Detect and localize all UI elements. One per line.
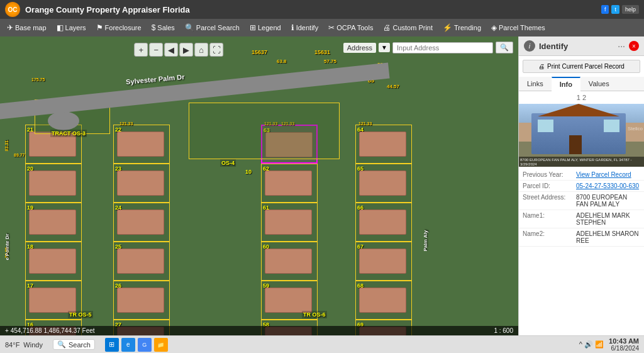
- home-btn[interactable]: ⌂: [194, 43, 208, 57]
- os3-circle: [48, 111, 79, 130]
- main-content: Sylvester Palm Dr 21 00710 20 00710 19 0…: [0, 36, 644, 335]
- tr-os5-label: TR OS-5: [68, 311, 93, 318]
- condition-display: Windy: [23, 341, 43, 349]
- extent-btn[interactable]: ⛶: [209, 43, 223, 57]
- e-pointe-label: e Pointe Dr: [4, 233, 10, 260]
- data-row-parcel-id: Parcel ID: 05-24-27-5330-00-630: [519, 181, 644, 192]
- edge-btn[interactable]: e: [121, 338, 135, 352]
- num-15631: 15631: [314, 49, 330, 55]
- toolbar: ✈ Base map ◧ Layers ⚑ Foreclosure $ Sale…: [0, 19, 644, 36]
- num-4457: 44.57: [387, 84, 399, 89]
- value-parcel-id[interactable]: 05-24-27-5330-00-630: [576, 182, 640, 189]
- time-display: 10:43 AM: [609, 337, 639, 345]
- taskbar-search[interactable]: 🔍 Search: [53, 339, 95, 350]
- parcel-60: 60 00510: [261, 242, 318, 281]
- toolbar-parcel-search[interactable]: 🔍 Parcel Search: [180, 21, 244, 34]
- pan-right-btn[interactable]: ▶: [179, 43, 193, 57]
- value-name2: ADELHELM SHARON REE: [576, 230, 640, 244]
- photo-watermark: Stellco: [628, 126, 643, 132]
- map-content: Sylvester Palm Dr 21 00710 20 00710 19 0…: [0, 36, 518, 335]
- sales-icon: $: [152, 23, 156, 32]
- identify-icon: ℹ: [291, 23, 294, 32]
- windows-btn[interactable]: ⊞: [105, 338, 119, 352]
- toolbar-identify[interactable]: ℹ Identify: [287, 21, 323, 34]
- identify-close-btn[interactable]: ×: [629, 41, 639, 51]
- data-row-street-address: Street Address: 8700 EUROPEAN FAN PALM A…: [519, 192, 644, 210]
- app-logo: OC: [5, 2, 20, 17]
- parcel-24: 24 00810: [113, 203, 170, 242]
- parcel-18: 18 00710: [25, 242, 82, 281]
- label-name2: Name2:: [523, 230, 576, 244]
- tab-values[interactable]: Values: [580, 77, 618, 91]
- measure-175: 175.75: [31, 77, 45, 82]
- measure-121b: 121.33: [119, 121, 133, 126]
- toolbar-ocpa-tools[interactable]: ✂ OCPA Tools: [324, 21, 377, 34]
- parcel-68: 68 00680: [355, 281, 412, 320]
- identify-title: Identify: [539, 42, 568, 51]
- print-icon: 🖨: [383, 23, 391, 32]
- address-input[interactable]: [392, 42, 493, 53]
- label-name1: Name1:: [523, 212, 576, 226]
- parcel-26: 26 00270: [113, 281, 170, 320]
- folder-btn[interactable]: 📁: [154, 338, 168, 352]
- chrome-btn[interactable]: G: [138, 338, 152, 352]
- zoom-out-btn[interactable]: −: [149, 43, 163, 57]
- data-row-name1: Name1: ADELHELM MARK STEPHEN: [519, 210, 644, 228]
- tab-info[interactable]: Info: [552, 77, 580, 91]
- trending-icon: ⚡: [443, 23, 452, 32]
- parcel-23: 23 00240: [113, 164, 170, 203]
- parcel-62: 62 00510: [261, 164, 318, 203]
- page-navigation: 1 2: [519, 91, 644, 104]
- print-record-btn[interactable]: 🖨 Print Current Parcel Record: [523, 60, 640, 73]
- address-search-btn[interactable]: 🔍: [496, 42, 513, 53]
- parcel-67: 67 00670: [355, 242, 412, 281]
- identify-title-row: i Identify: [524, 40, 568, 52]
- search-label: Search: [69, 341, 91, 349]
- facebook-btn[interactable]: f: [601, 5, 609, 14]
- panel-options-btn[interactable]: ···: [618, 41, 625, 51]
- parcel-22: 22 00220: [113, 125, 170, 164]
- parcel-65: 65 00610: [355, 164, 412, 203]
- help-btn[interactable]: help: [622, 5, 639, 14]
- parcel-19: 19 00710: [25, 203, 82, 242]
- pan-left-btn[interactable]: ◀: [164, 43, 178, 57]
- taskbar-apps: ⊞ e G 📁: [105, 338, 168, 352]
- num-63: 63.8: [277, 59, 287, 64]
- os4-parcel: [189, 103, 340, 159]
- toolbar-foreclosure[interactable]: ⚑ Foreclosure: [92, 21, 146, 34]
- tr-os6-label: TR OS-6: [302, 311, 327, 318]
- label-street-address: Street Address:: [523, 194, 576, 208]
- parcel-66: 66 00660: [355, 203, 412, 242]
- address-dropdown[interactable]: ▼: [379, 43, 390, 52]
- clock-display: 10:43 AM 6/18/2024: [609, 337, 639, 352]
- identify-header: i Identify ··· ×: [519, 36, 644, 56]
- toolbar-trending[interactable]: ⚡ Trending: [438, 21, 486, 34]
- address-label: Address: [343, 43, 376, 53]
- toolbar-basemap[interactable]: ✈ Base map: [3, 21, 51, 34]
- identify-tabs: Links Info Values: [519, 77, 644, 91]
- map-area[interactable]: Sylvester Palm Dr 21 00710 20 00710 19 0…: [0, 36, 518, 335]
- tab-links[interactable]: Links: [519, 77, 552, 91]
- toolbar-legend[interactable]: ⊞ Legend: [245, 21, 286, 34]
- value-prev-year[interactable]: View Parcel Record: [576, 171, 640, 178]
- zoom-in-btn[interactable]: +: [134, 43, 148, 57]
- data-row-prev-year: Previous Year: View Parcel Record: [519, 169, 644, 181]
- parcel-64: 64 00410: [355, 125, 412, 164]
- parcel-25: 25 00910: [113, 242, 170, 281]
- map-controls: + − ◀ ▶ ⌂ ⛶: [134, 43, 223, 57]
- num-57: 57.75: [324, 59, 336, 64]
- house-window-right: [604, 120, 619, 132]
- toolbar-custom-print[interactable]: 🖨 Custom Print: [379, 21, 437, 34]
- twitter-btn[interactable]: t: [611, 5, 619, 14]
- label-prev-year: Previous Year:: [523, 171, 576, 178]
- toolbar-layers[interactable]: ◧ Layers: [52, 21, 91, 34]
- weather-section: 84°F Windy: [5, 341, 43, 349]
- data-row-name2: Name2: ADELHELM SHARON REE: [519, 228, 644, 247]
- scale-display: 1 : 600: [494, 327, 513, 334]
- toolbar-parcel-themes[interactable]: ◈ Parcel Themes: [487, 21, 550, 34]
- label-parcel-id: Parcel ID:: [523, 182, 576, 189]
- lot-10: 10: [245, 169, 252, 175]
- print-icon: 🖨: [538, 63, 545, 70]
- basemap-icon: ✈: [7, 23, 13, 32]
- toolbar-sales[interactable]: $ Sales: [147, 21, 179, 34]
